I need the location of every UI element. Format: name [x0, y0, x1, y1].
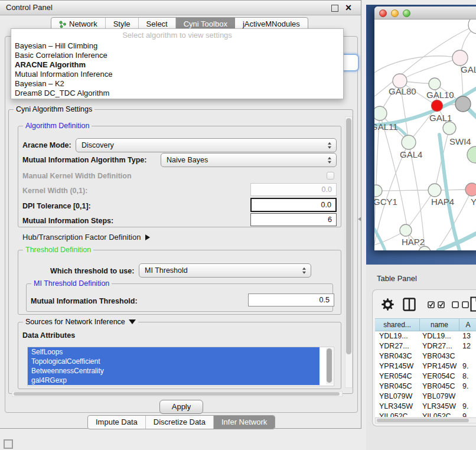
- column-header-shared-name[interactable]: shared...: [375, 319, 420, 331]
- table-horizontal-scrollbar[interactable]: [375, 418, 476, 423]
- table-row[interactable]: YDR27...YDR27...12: [375, 341, 476, 351]
- network-icon: [59, 21, 67, 28]
- algorithm-option[interactable]: Bayesian – Hill Climbing: [11, 41, 343, 51]
- panel-title: Control Panel: [6, 1, 53, 15]
- minimized-panel-icon[interactable]: [4, 439, 13, 449]
- node-gal11[interactable]: [374, 106, 387, 120]
- new-table-icon[interactable]: [470, 296, 476, 312]
- show-columns-checkboxes-icon[interactable]: [428, 301, 445, 308]
- svg-text:SWI4: SWI4: [449, 136, 471, 146]
- column-header-partial[interactable]: A: [459, 319, 476, 331]
- mi-steps-field[interactable]: 6: [250, 213, 337, 226]
- network-window-titlebar[interactable]: [374, 6, 476, 19]
- collapse-down-icon: [129, 319, 136, 324]
- node-hap2[interactable]: [400, 224, 412, 236]
- close-icon[interactable]: ×: [343, 1, 354, 15]
- gear-icon[interactable]: [382, 298, 394, 311]
- list-vertical-scrollbar[interactable]: [326, 348, 333, 384]
- manual-kernel-width-label: Manual Kernel Width Definition: [22, 172, 132, 180]
- splitter-collapse-icon[interactable]: [358, 217, 361, 221]
- column-header-name[interactable]: name: [420, 319, 459, 331]
- node-y[interactable]: [465, 183, 476, 196]
- tab-discretize-data[interactable]: Discretize Data: [146, 416, 214, 429]
- scrollbar-thumb[interactable]: [377, 419, 469, 422]
- table-header-row: shared... name A: [375, 318, 476, 331]
- settings-horizontal-scrollbar[interactable]: [12, 391, 343, 397]
- tab-impute-data[interactable]: Impute Data: [88, 416, 146, 429]
- table-row[interactable]: YBR045CYBR045C9.: [375, 381, 476, 392]
- table-row[interactable]: YLR345WYLR345W9.: [375, 402, 476, 412]
- network-nodes[interactable]: [374, 19, 476, 250]
- svg-text:GAL80: GAL80: [389, 86, 416, 96]
- apply-button[interactable]: Apply: [159, 400, 203, 414]
- sources-group-title-row[interactable]: Sources for Network Inference: [23, 318, 138, 326]
- node-gal1[interactable]: [432, 100, 443, 112]
- table-row[interactable]: YBL079WYBL079W: [375, 392, 476, 402]
- hub-definition-expander[interactable]: Hub/Transcription Factor Definition: [22, 233, 150, 242]
- algorithm-option-selected[interactable]: ARACNE Algorithm: [11, 60, 343, 70]
- mi-threshold-field[interactable]: 0.5: [248, 294, 334, 306]
- table-row[interactable]: YBR043CYBR043C: [375, 351, 476, 361]
- attribute-item[interactable]: BetweennessCentrality: [28, 366, 319, 376]
- which-threshold-combobox[interactable]: MI Threshold: [139, 263, 311, 278]
- dpi-tolerance-field[interactable]: 0.0: [250, 198, 337, 212]
- tab-infer-network[interactable]: Infer Network: [214, 416, 275, 429]
- float-window-icon[interactable]: [331, 5, 338, 12]
- aracne-mode-combobox[interactable]: Discovery: [76, 138, 337, 152]
- tab-label: Infer Network: [221, 416, 267, 429]
- table-body: YDL19...YDL19...13 YDR27...YDR27...12 YB…: [375, 331, 476, 417]
- settings-vertical-scrollbar[interactable]: [345, 116, 353, 388]
- scrollbar-thumb[interactable]: [327, 348, 332, 383]
- scrollbar-thumb[interactable]: [14, 392, 340, 396]
- node-hap4[interactable]: [428, 184, 441, 197]
- node-gal[interactable]: [452, 50, 468, 66]
- hide-columns-checkboxes-icon[interactable]: [452, 301, 470, 308]
- attribute-item[interactable]: SelfLoops: [28, 347, 319, 357]
- mi-threshold-label: Mutual Information Threshold:: [31, 297, 138, 305]
- scrollbar-thumb[interactable]: [346, 118, 351, 354]
- node-swi4[interactable]: [443, 122, 456, 135]
- aracne-mode-label: Aracne Mode:: [22, 141, 71, 149]
- cyni-bottom-tabbar: Impute Data Discretize Data Infer Networ…: [87, 415, 275, 429]
- node-gal10[interactable]: [429, 78, 441, 90]
- group-title: Cyni Algorithm Settings: [14, 105, 94, 113]
- kernel-width-field[interactable]: 0.0: [250, 183, 337, 196]
- svg-text:GAL11: GAL11: [374, 122, 398, 132]
- svg-text:GAL1: GAL1: [429, 113, 452, 123]
- table-row[interactable]: YIL052CYIL052C9: [375, 412, 476, 417]
- control-panel-titlebar[interactable]: Control Panel ×: [0, 1, 361, 15]
- tab-label: Impute Data: [96, 416, 138, 429]
- algorithm-option[interactable]: Dream8 DC_TDC Algorithm: [11, 89, 343, 98]
- algorithm-option[interactable]: Mutual Information Inference: [11, 70, 343, 79]
- algorithm-option[interactable]: Basic Correlation Inference: [11, 51, 343, 60]
- table-row[interactable]: YPR145WYPR145W9.: [375, 361, 476, 371]
- manual-kernel-width-checkbox[interactable]: [327, 172, 334, 180]
- attribute-item[interactable]: gal4RGexp: [28, 376, 319, 385]
- node-gal4[interactable]: [402, 135, 416, 149]
- minimize-traffic-light-icon[interactable]: [391, 9, 399, 17]
- group-title: Algorithm Definition: [23, 122, 92, 130]
- kernel-width-label: Kernel Width (0,1):: [22, 187, 87, 195]
- node-unlabeled-green[interactable]: [467, 146, 476, 163]
- expand-right-icon: [145, 234, 150, 240]
- tab-label: Discretize Data: [154, 416, 206, 429]
- columns-icon[interactable]: [403, 298, 416, 311]
- svg-text:GAL4: GAL4: [400, 149, 422, 159]
- node-gcy1[interactable]: [374, 185, 382, 197]
- control-panel-window: Control Panel × Network Style Select Cyn…: [0, 0, 361, 429]
- zoom-traffic-light-icon[interactable]: [403, 9, 410, 17]
- mi-algorithm-type-combobox[interactable]: Naive Bayes: [161, 153, 337, 167]
- table-row[interactable]: YER054CYER054C8.: [375, 371, 476, 381]
- algorithm-popup-placeholder: Select algorithm to view settings: [11, 29, 343, 41]
- node-unlabeled-top[interactable]: [468, 19, 476, 34]
- mi-steps-label: Mutual Information Steps:: [22, 217, 113, 225]
- svg-text:GAL: GAL: [461, 64, 476, 74]
- close-traffic-light-icon[interactable]: [379, 9, 387, 17]
- attribute-item[interactable]: TopologicalCoefficient: [28, 357, 319, 366]
- table-row[interactable]: YDL19...YDL19...13: [375, 331, 476, 341]
- network-canvas[interactable]: GAL GAL80 GAL10 GAL1 GAL11 SWI4 GAL4 GCY…: [374, 19, 476, 250]
- svg-text:GAL10: GAL10: [426, 90, 454, 100]
- algorithm-option[interactable]: Bayesian – K2: [11, 79, 343, 89]
- node-unlabeled-gray[interactable]: [455, 96, 471, 112]
- combo-arrows-icon: [328, 142, 331, 149]
